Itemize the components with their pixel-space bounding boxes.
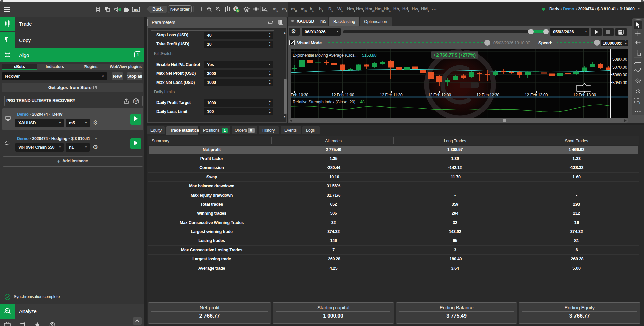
svg-text:48: 48: [360, 100, 365, 104]
svg-text:5060.00: 5060.00: [612, 73, 627, 77]
svg-text:5163.88: 5163.88: [362, 53, 377, 58]
svg-text:+2 766.77 $ (+277%): +2 766.77 $ (+277%): [433, 52, 476, 58]
svg-text:5080.00: 5080.00: [612, 57, 627, 62]
svg-text:C: C: [135, 99, 137, 103]
svg-text:F: F: [639, 101, 641, 104]
svg-text:8: 8: [237, 9, 239, 13]
svg-text:EN: EN: [134, 8, 138, 11]
svg-text:5050.00: 5050.00: [612, 80, 627, 85]
svg-text:5070.00: 5070.00: [612, 65, 627, 70]
svg-text:Exponential Moving Average (Cl: Exponential Moving Average (Clos...: [293, 53, 358, 58]
svg-text:Relative Strength Index (Close: Relative Strength Index (Close, 20): [293, 100, 355, 104]
